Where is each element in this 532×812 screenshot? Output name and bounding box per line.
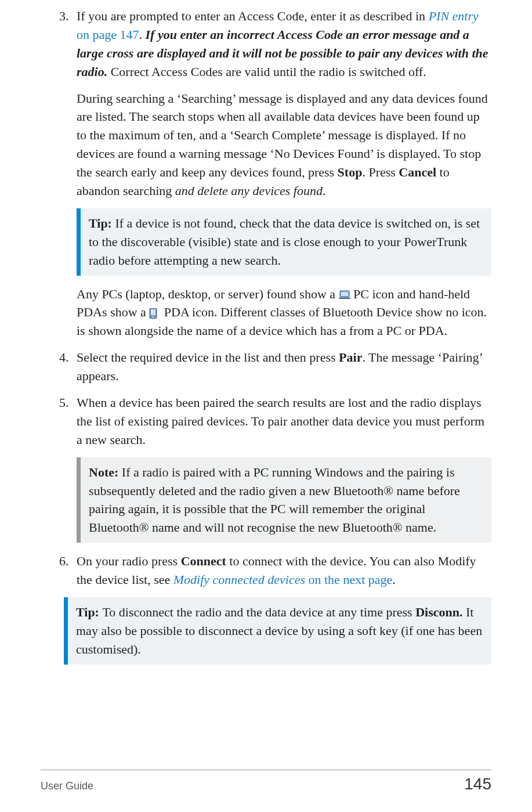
- text: Select the required device in the list a…: [77, 350, 339, 365]
- connect-key-label: Connect: [181, 554, 226, 568]
- svg-rect-1: [341, 292, 348, 296]
- tip-callout: Tip: If a device is not found, check tha…: [77, 208, 491, 276]
- text: To disconnect the radio and the data dev…: [102, 605, 415, 619]
- text: .: [323, 183, 326, 198]
- link-page-ref: on page 147: [77, 27, 139, 42]
- note-label: Note:: [89, 465, 122, 479]
- step-5-para: When a device has been paired the search…: [77, 394, 491, 449]
- step-6-para: On your radio press Connect to connect w…: [77, 552, 491, 589]
- pc-icon: [339, 290, 350, 299]
- pda-icon: [149, 308, 161, 317]
- step-number: 6.: [59, 552, 69, 571]
- text: On your radio press: [77, 554, 181, 568]
- svg-point-5: [153, 316, 154, 318]
- step-5: 5. When a device has been paired the sea…: [41, 394, 491, 543]
- pair-key-label: Pair: [339, 350, 362, 365]
- step-number: 3.: [59, 7, 69, 26]
- tip-label: Tip:: [89, 216, 115, 230]
- step-4: 4. Select the required device in the lis…: [41, 348, 491, 385]
- text: . Press: [362, 165, 399, 179]
- link-page-ref: on the next page: [305, 572, 392, 587]
- note-callout: Note: If a radio is paired with a PC run…: [77, 457, 491, 543]
- link-text: PIN entry: [429, 9, 479, 23]
- step-6: 6. On your radio press Connect to connec…: [41, 552, 491, 589]
- step-3: 3. If you are prompted to enter an Acces…: [41, 7, 491, 340]
- text: .: [392, 572, 396, 587]
- text: Correct Access Codes are valid until the…: [107, 64, 426, 79]
- step-3-para-1: If you are prompted to enter an Access C…: [77, 7, 491, 81]
- page-footer: User Guide 145: [41, 770, 491, 793]
- text: Any PCs (laptop, desktop, or server) fou…: [77, 287, 339, 301]
- step-number: 4.: [59, 348, 69, 367]
- stop-key-label: Stop: [338, 165, 363, 179]
- step-3-para-2: During searching a ‘Searching’ message i…: [77, 89, 491, 200]
- link-modify-connected-devices[interactable]: Modify connected devices on the next pag…: [173, 572, 393, 587]
- note-body: If a radio is paired with a PC running W…: [89, 465, 460, 535]
- link-text: Modify connected devices: [173, 572, 305, 587]
- tip-label: Tip:: [76, 605, 102, 619]
- footer-page-number: 145: [464, 775, 491, 793]
- disconn-key-label: Disconn.: [415, 605, 462, 619]
- svg-rect-2: [339, 298, 350, 299]
- cancel-key-label: Cancel: [399, 165, 436, 179]
- step-3-para-3: Any PCs (laptop, desktop, or server) fou…: [77, 285, 491, 341]
- tip-callout-disconnect: Tip: To disconnect the radio and the dat…: [64, 597, 491, 665]
- text: .: [139, 27, 146, 42]
- step-4-para: Select the required device in the list a…: [77, 348, 491, 385]
- text: If you are prompted to enter an Access C…: [77, 9, 429, 23]
- footer-guide-label: User Guide: [41, 780, 93, 792]
- step-number: 5.: [59, 394, 69, 412]
- svg-rect-4: [151, 309, 155, 315]
- italic-text: and delete any devices found: [175, 183, 323, 198]
- tip-body: If a device is not found, check that the…: [89, 216, 480, 268]
